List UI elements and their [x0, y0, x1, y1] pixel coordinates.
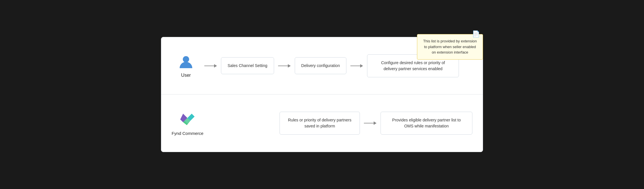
- sales-channel-label: Sales Channel Setting: [228, 63, 267, 68]
- fynd-logo-icon: [179, 111, 196, 128]
- diagram-wrapper: 📄 This list is provided by extension to …: [161, 37, 483, 152]
- tooltip-box: 📄 This list is provided by extension to …: [417, 34, 483, 60]
- sales-channel-box: Sales Channel Setting: [221, 57, 274, 74]
- delivery-config-label: Delivery configuration: [301, 63, 340, 68]
- svg-point-0: [183, 56, 189, 62]
- rules-saved-box: Rules or priority of delivery partners s…: [280, 112, 360, 135]
- arrow-2: [274, 63, 295, 69]
- arrow-4: [360, 120, 381, 126]
- rules-saved-label: Rules or priority of delivery partners s…: [288, 118, 352, 128]
- user-label: User: [181, 73, 191, 78]
- eligible-list-label: Provides eligible delivery partner list …: [392, 118, 461, 128]
- fynd-actor: Fynd Commerce: [172, 111, 203, 136]
- tooltip-text: This list is provided by extension to pl…: [423, 39, 477, 54]
- eligible-list-box: Provides eligible delivery partner list …: [381, 112, 472, 135]
- arrow-1: [200, 63, 221, 69]
- svg-marker-6: [360, 64, 363, 68]
- user-actor: User: [172, 54, 200, 78]
- svg-marker-2: [214, 64, 217, 68]
- svg-marker-8: [374, 121, 377, 125]
- svg-marker-4: [288, 64, 291, 68]
- document-icon: 📄: [472, 29, 480, 39]
- delivery-config-box: Delivery configuration: [295, 57, 347, 74]
- user-icon: [178, 54, 194, 70]
- fynd-row: Fynd Commerce Rules or priority of deliv…: [161, 94, 483, 152]
- configure-rules-label: Configure desired rules or priority of d…: [381, 60, 445, 71]
- arrow-3: [346, 63, 367, 69]
- fynd-label: Fynd Commerce: [172, 131, 203, 136]
